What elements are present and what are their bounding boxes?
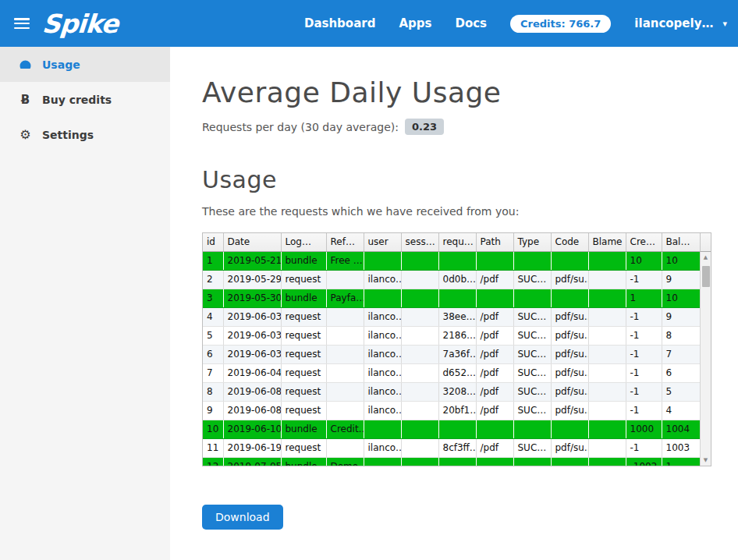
table-cell — [513, 457, 551, 466]
sidebar-item-usage[interactable]: Usage — [0, 47, 170, 82]
table-cell: 1004 — [662, 420, 701, 438]
table-cell — [551, 289, 588, 307]
table-cell — [364, 251, 401, 270]
table-row[interactable]: 62019-06-03requestilanco…7a36f…/pdfSUC…p… — [203, 345, 701, 363]
sidebar-menu: UsageɃBuy credits⚙Settings — [0, 47, 170, 152]
gear-icon: ⚙ — [19, 128, 32, 141]
table-cell: 20bf1… — [438, 401, 476, 420]
table-cell: /pdf — [476, 345, 513, 363]
table-cell: SUC… — [513, 345, 551, 363]
username-label: ilancopely… — [634, 16, 713, 30]
table-cell: 7a36f… — [438, 345, 476, 363]
table-cell: 10 — [662, 289, 701, 307]
table-cell: 2019-06-04 — [223, 363, 281, 382]
table-cell — [588, 307, 626, 326]
table-cell: Demo… — [326, 457, 364, 466]
table-row[interactable]: 82019-06-08requestilanco…3208…/pdfSUC…pd… — [203, 382, 701, 401]
user-menu[interactable]: ilancopely… ▾ — [634, 16, 730, 30]
table-cell — [476, 289, 513, 307]
table-cell — [551, 457, 588, 466]
column-header: Blame — [588, 233, 626, 251]
avg-requests-label: Requests per day (30 day average): — [202, 121, 399, 133]
table-cell: 2019-07-05 — [223, 457, 281, 466]
column-header: Log… — [281, 233, 326, 251]
bitcoin-icon: Ƀ — [19, 93, 32, 106]
table-cell: 2019-06-03 — [223, 307, 281, 326]
nav-link-docs[interactable]: Docs — [455, 16, 487, 30]
table-cell: ilanco… — [364, 345, 401, 363]
brand-logo[interactable]: Spike — [37, 9, 119, 39]
scroll-up-icon[interactable]: ▲ — [701, 252, 711, 263]
sidebar-item-label: Usage — [42, 58, 80, 71]
table-cell: Free … — [326, 251, 364, 270]
table-cell: SUC… — [513, 401, 551, 420]
table-cell: 10 — [203, 420, 223, 438]
table-cell: pdf/su… — [551, 307, 588, 326]
table-cell: 5 — [662, 382, 701, 401]
table-cell: SUC… — [513, 382, 551, 401]
table-row[interactable]: 52019-06-03requestilanco…2186…/pdfSUC…pd… — [203, 326, 701, 345]
table-cell: SUC… — [513, 270, 551, 289]
nav-links: DashboardAppsDocs — [304, 16, 487, 30]
table-cell — [401, 401, 438, 420]
table-cell: 1003 — [662, 438, 701, 457]
table-row[interactable]: 102019-06-10bundleCredit…10001004 — [203, 420, 701, 438]
scroll-down-icon[interactable]: ▼ — [701, 455, 711, 466]
table-cell: /pdf — [476, 307, 513, 326]
table-cell: ilanco… — [364, 401, 401, 420]
table-row[interactable]: 122019-07-05bundleDemo…-10021 — [203, 457, 701, 466]
table-cell: 2019-06-10 — [223, 420, 281, 438]
table-row[interactable]: 32019-05-30bundlePayfa…110 — [203, 289, 701, 307]
table-cell — [513, 289, 551, 307]
caret-down-icon: ▾ — [722, 19, 727, 28]
table-cell: pdf/su… — [551, 345, 588, 363]
table-cell: 7 — [662, 345, 701, 363]
table-row[interactable]: 22019-05-29requestilanco…0d0b…/pdfSUC…pd… — [203, 270, 701, 289]
nav-link-apps[interactable]: Apps — [399, 16, 431, 30]
column-header: Type — [513, 233, 551, 251]
table-cell: Payfa… — [326, 289, 364, 307]
table-cell: 2019-06-08 — [223, 401, 281, 420]
column-header: user — [364, 233, 401, 251]
table-cell: request — [281, 326, 326, 345]
table-header-row: idDateLog…Ref…usersess…requ…PathTypeCode… — [203, 233, 701, 251]
table-cell — [588, 420, 626, 438]
table-cell — [588, 345, 626, 363]
table-row[interactable]: 112019-06-19requestilanco…8cf3ff…/pdfSUC… — [203, 438, 701, 457]
scrollbar-thumb[interactable] — [702, 266, 710, 287]
table-cell: /pdf — [476, 438, 513, 457]
column-header: Code — [551, 233, 588, 251]
credits-badge[interactable]: Credits: 766.7 — [510, 15, 611, 33]
table-cell: 2019-06-19 — [223, 438, 281, 457]
page-title: Average Daily Usage — [202, 76, 722, 108]
table-cell — [438, 457, 476, 466]
table-row[interactable]: 92019-06-08requestilanco…20bf1…/pdfSUC…p… — [203, 401, 701, 420]
table-cell: -1 — [626, 270, 662, 289]
usage-table: idDateLog…Ref…usersess…requ…PathTypeCode… — [203, 233, 702, 466]
table-cell — [401, 420, 438, 438]
sidebar-item-settings[interactable]: ⚙Settings — [0, 117, 170, 152]
table-cell: -1 — [626, 363, 662, 382]
table-row[interactable]: 72019-06-04requestilanco…d652…/pdfSUC…pd… — [203, 363, 701, 382]
nav-link-dashboard[interactable]: Dashboard — [304, 16, 375, 30]
table-cell: 1000 — [626, 420, 662, 438]
table-row[interactable]: 12019-05-21bundleFree …1010 — [203, 251, 701, 270]
table-cell — [326, 382, 364, 401]
table-cell — [588, 438, 626, 457]
table-cell: request — [281, 363, 326, 382]
table-scrollbar[interactable]: ▲ ▼ — [700, 233, 711, 466]
download-button[interactable]: Download — [202, 505, 283, 530]
sidebar-item-buy-credits[interactable]: ɃBuy credits — [0, 82, 170, 117]
table-cell: /pdf — [476, 363, 513, 382]
table-cell: SUC… — [513, 307, 551, 326]
table-cell — [401, 307, 438, 326]
table-cell: 2019-05-21 — [223, 251, 281, 270]
menu-icon[interactable] — [14, 18, 30, 29]
table-cell — [401, 438, 438, 457]
table-cell — [438, 420, 476, 438]
table-cell: 38ee… — [438, 307, 476, 326]
table-cell — [476, 457, 513, 466]
usage-section-title: Usage — [202, 166, 722, 193]
scrollbar-track[interactable]: ▲ ▼ — [700, 252, 711, 466]
table-row[interactable]: 42019-06-03requestilanco…38ee…/pdfSUC…pd… — [203, 307, 701, 326]
